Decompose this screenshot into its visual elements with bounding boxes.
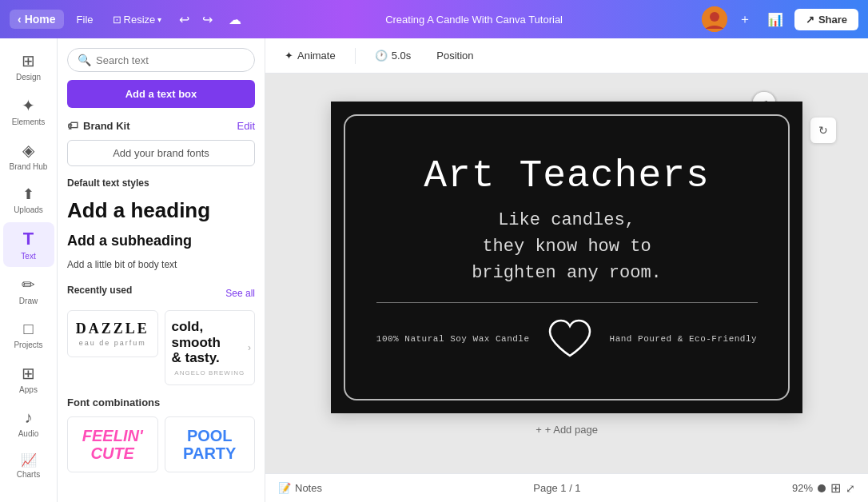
- font-sample-dazzle[interactable]: DAZZLE eau de parfum: [67, 310, 158, 357]
- topbar: ‹ Home File ⊡ Resize ▾ ↩ ↪ ☁ Creating A …: [0, 0, 868, 38]
- canvas-toolbar: ✦ Animate 🕐 5.0s Position: [265, 38, 868, 74]
- pool-text: POOL PARTY: [183, 427, 236, 462]
- chevron-left-icon: ‹: [18, 13, 22, 26]
- apps-icon: ⊞: [22, 364, 35, 383]
- footer-right-text[interactable]: Hand Poured & Eco-Friendly: [610, 334, 758, 344]
- charts-icon: 📈: [21, 452, 37, 468]
- brandhub-icon: ◈: [22, 141, 34, 160]
- footer-left-text[interactable]: 100% Natural Soy Wax Candle: [376, 334, 530, 344]
- refresh-icon: ↻: [818, 124, 828, 137]
- add-page-button[interactable]: + + Add page: [331, 413, 802, 445]
- animate-button[interactable]: ✦ Animate: [278, 46, 342, 65]
- add-page-label: + Add page: [545, 424, 598, 436]
- undo-button[interactable]: ↩: [174, 9, 194, 30]
- recently-used-title: Recently used: [67, 285, 132, 296]
- clock-icon: 🕐: [375, 50, 388, 62]
- document-title: Creating A Candle With Canva Tutorial: [385, 14, 563, 26]
- animate-icon: ✦: [285, 50, 293, 62]
- add-heading-button[interactable]: Add a heading: [67, 195, 255, 226]
- cloud-save-icon[interactable]: ☁: [224, 9, 246, 30]
- svg-point-1: [710, 12, 719, 22]
- feelin-text: FEELIN' CUTE: [82, 427, 143, 462]
- brand-kit-edit-link[interactable]: Edit: [237, 120, 255, 132]
- search-icon: 🔍: [78, 54, 91, 66]
- plus-icon[interactable]: ＋: [734, 8, 756, 31]
- duration-button[interactable]: 🕐 5.0s: [368, 46, 418, 65]
- design-canvas[interactable]: Art Teachers Like candles, they know how…: [331, 102, 802, 413]
- search-input[interactable]: [96, 54, 245, 66]
- redo-button[interactable]: ↪: [197, 9, 217, 30]
- notes-label: Notes: [295, 482, 322, 494]
- draw-label: Draw: [19, 297, 38, 305]
- elements-label: Elements: [12, 118, 46, 126]
- brand-kit-row: 🏷 Brand Kit Edit: [67, 119, 255, 132]
- main-layout: ⊞ Design ✦ Elements ◈ Brand Hub ⬆ Upload…: [0, 38, 868, 502]
- notes-icon: 📝: [278, 482, 291, 494]
- chevron-down-icon: ▾: [157, 15, 161, 24]
- notes-button[interactable]: 📝 Notes: [278, 482, 322, 494]
- apps-label: Apps: [19, 385, 38, 394]
- duration-label: 5.0s: [392, 50, 412, 62]
- uploads-icon: ⬆: [22, 185, 34, 203]
- design-icon: ⊞: [22, 51, 35, 70]
- uploads-label: Uploads: [14, 205, 43, 214]
- animate-label: Animate: [297, 50, 336, 62]
- sidebar-item-projects[interactable]: □ Projects: [3, 313, 54, 356]
- font-combo-samples: FEELIN' CUTE POOL PARTY: [67, 416, 255, 472]
- recently-used-row: Recently used See all: [67, 285, 255, 302]
- dazzle-text: DAZZLE: [76, 321, 149, 337]
- sidebar-item-charts[interactable]: 📈 Charts: [3, 446, 54, 485]
- sidebar-item-design[interactable]: ⊞ Design: [3, 45, 54, 88]
- font-combo-feelin[interactable]: FEELIN' CUTE: [67, 416, 158, 472]
- add-brand-fonts-button[interactable]: Add your brand fonts: [67, 140, 255, 166]
- analytics-icon[interactable]: 📊: [762, 9, 788, 30]
- sidebar-item-apps[interactable]: ⊞ Apps: [3, 357, 54, 400]
- file-menu[interactable]: File: [70, 10, 100, 29]
- projects-icon: □: [23, 320, 33, 338]
- position-label: Position: [436, 50, 473, 62]
- resize-label: Resize: [124, 14, 156, 26]
- home-button[interactable]: ‹ Home: [10, 10, 64, 29]
- add-body-text-button[interactable]: Add a little bit of body text: [67, 256, 255, 273]
- zoom-slider-thumb[interactable]: [818, 484, 826, 492]
- candle-divider: [376, 302, 758, 303]
- elements-icon: ✦: [22, 96, 35, 115]
- user-avatar[interactable]: [702, 6, 727, 32]
- font-combinations-title: Font combinations: [67, 396, 255, 408]
- chevron-right-icon: ›: [248, 342, 251, 353]
- share-label: Share: [818, 14, 847, 26]
- sidebar-icons: ⊞ Design ✦ Elements ◈ Brand Hub ⬆ Upload…: [0, 38, 58, 502]
- canvas-scroll[interactable]: 🔒 ⧉ ⤢ ↻: [265, 74, 868, 473]
- position-button[interactable]: Position: [430, 46, 480, 65]
- zoom-controls: 92% ⊞ ⤢: [792, 480, 855, 496]
- fullscreen-icon[interactable]: ⤢: [846, 482, 855, 495]
- font-samples: DAZZLE eau de parfum cold, smooth & tast…: [67, 310, 255, 385]
- see-all-link[interactable]: See all: [225, 288, 255, 299]
- projects-label: Projects: [14, 341, 42, 349]
- sidebar-item-brandhub[interactable]: ◈ Brand Hub: [3, 134, 54, 177]
- refresh-canvas-button[interactable]: ↻: [810, 118, 836, 143]
- sidebar-item-elements[interactable]: ✦ Elements: [3, 90, 54, 133]
- audio-label: Audio: [18, 429, 39, 438]
- brandhub-label: Brand Hub: [10, 162, 48, 171]
- share-button[interactable]: ↗ Share: [794, 9, 858, 30]
- font-sample-cold[interactable]: cold, smooth & tasty. ANGELO BREWING ›: [165, 310, 256, 385]
- charts-label: Charts: [17, 470, 40, 479]
- design-label: Design: [16, 73, 41, 82]
- add-subheading-button[interactable]: Add a subheading: [67, 229, 255, 253]
- sidebar-item-text[interactable]: T Text: [3, 222, 54, 267]
- font-combo-pool[interactable]: POOL PARTY: [165, 416, 256, 472]
- add-text-button[interactable]: Add a text box: [67, 80, 255, 108]
- search-box[interactable]: 🔍: [67, 48, 255, 72]
- canvas-wrapper: 🔒 ⧉ ⤢ ↻: [331, 102, 802, 445]
- brewing-text: ANGELO BREWING: [172, 369, 249, 376]
- page-indicator: Page 1 / 1: [533, 482, 580, 494]
- candle-subtitle[interactable]: Like candles, they know how to brighten …: [472, 207, 662, 286]
- grid-view-icon[interactable]: ⊞: [830, 480, 841, 496]
- sidebar-item-audio[interactable]: ♪ Audio: [3, 402, 54, 444]
- sidebar-item-uploads[interactable]: ⬆ Uploads: [3, 179, 54, 221]
- candle-title[interactable]: Art Teachers: [424, 154, 710, 197]
- resize-button[interactable]: ⊡ Resize ▾: [106, 10, 169, 29]
- brand-kit-icon: 🏷: [67, 119, 78, 132]
- sidebar-item-draw[interactable]: ✏ Draw: [3, 269, 54, 312]
